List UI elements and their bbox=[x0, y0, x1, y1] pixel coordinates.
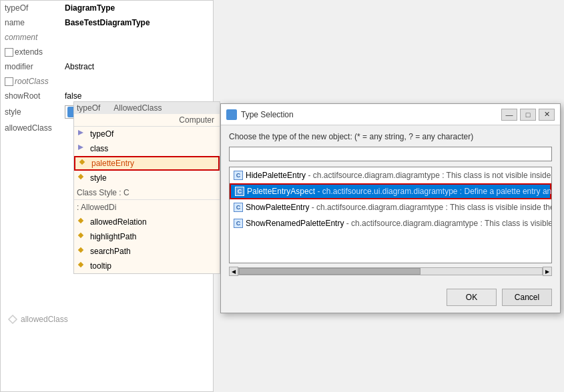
sub-row-class: class bbox=[74, 141, 220, 156]
prop-value-name: BaseTestDiagramType bbox=[61, 15, 213, 30]
dialog-footer: OK Cancel bbox=[221, 283, 560, 313]
dialog-instruction: Choose the type of the new object: (* = … bbox=[229, 132, 552, 141]
sub-row-tooltip: tooltip bbox=[74, 259, 220, 273]
list-item-3-icon: C bbox=[234, 203, 243, 212]
svg-marker-1 bbox=[78, 145, 83, 150]
prop-row-modifier: modifier Abstract bbox=[1, 59, 213, 74]
class-triangle-icon bbox=[77, 143, 87, 154]
tooltip-diamond-icon bbox=[77, 261, 87, 271]
sub-row-allowed-relation-1: allowedRelation bbox=[74, 215, 220, 229]
prop-name-extends: extends bbox=[1, 45, 61, 59]
list-item-1-icon: C bbox=[234, 171, 243, 180]
prop-row-extends: extends bbox=[1, 45, 213, 59]
sub-row-style: style bbox=[74, 171, 220, 185]
list-item-2-text: PaletteEntryAspect - ch.actifsource.ui.d… bbox=[247, 187, 552, 196]
prop-value-comment bbox=[61, 30, 213, 45]
dialog-body: Choose the type of the new object: (* = … bbox=[221, 125, 560, 283]
dialog-list[interactable]: C HidePaletteEntry - ch.actifsource.diag… bbox=[229, 167, 552, 263]
prop-name-typeof: typeOf bbox=[1, 1, 61, 15]
scrollbar-thumb[interactable] bbox=[239, 268, 420, 275]
prop-name-modifier: modifier bbox=[1, 59, 61, 74]
cancel-button[interactable]: Cancel bbox=[502, 289, 552, 306]
prop-value-typeof: DiagramType bbox=[61, 1, 213, 15]
prop-name-rootclass: rootClass bbox=[1, 74, 61, 89]
allowed-class-icon bbox=[7, 314, 18, 325]
search-path-diamond-icon bbox=[77, 246, 87, 257]
prop-name-name: name bbox=[1, 15, 61, 30]
sub-row-search-path: searchPath bbox=[74, 244, 220, 259]
dialog-title-left: Type Selection bbox=[226, 109, 294, 120]
svg-rect-4 bbox=[78, 218, 83, 223]
sub-panel-header: typeOf AllowedClass bbox=[74, 102, 220, 114]
list-item-4-text: ShowRenamedPaletteEntry - ch.actifsource… bbox=[246, 219, 552, 228]
prop-value-modifier: Abstract bbox=[61, 59, 213, 74]
svg-rect-3 bbox=[78, 174, 83, 179]
prop-value-extends bbox=[61, 45, 213, 59]
prop-name-style: style bbox=[1, 103, 61, 121]
ok-button[interactable]: OK bbox=[447, 289, 497, 306]
prop-name-allowedclass: allowedClass bbox=[1, 121, 61, 135]
dialog-maximize-button[interactable]: □ bbox=[520, 109, 536, 121]
list-item-1-text: HidePaletteEntry - ch.actifsource.diagra… bbox=[246, 171, 551, 180]
allowed-class-bottom: allowedClass bbox=[7, 314, 68, 325]
prop-row-typeof: typeOf DiagramType bbox=[1, 1, 213, 15]
list-item-3-text: ShowPaletteEntry - ch.actifsource.diagra… bbox=[246, 203, 552, 212]
style-diamond-icon bbox=[77, 173, 87, 183]
prop-row-rootclass: rootClass bbox=[1, 74, 213, 89]
extends-checkbox-icon[interactable] bbox=[5, 48, 13, 57]
list-item-4-icon: C bbox=[234, 219, 243, 228]
svg-marker-0 bbox=[78, 130, 83, 135]
list-item-1[interactable]: C HidePaletteEntry - ch.actifsource.diag… bbox=[230, 167, 551, 183]
palette-entry-diamond-icon bbox=[78, 158, 89, 169]
rootclass-checkbox-icon[interactable] bbox=[5, 77, 13, 86]
svg-rect-2 bbox=[79, 159, 85, 165]
typeof-triangle-icon bbox=[77, 129, 87, 139]
prop-value-rootclass bbox=[61, 74, 213, 89]
class-style-row: Class Style : C bbox=[74, 185, 220, 200]
dialog-search-input[interactable] bbox=[229, 147, 552, 161]
svg-rect-7 bbox=[78, 262, 83, 267]
allowed-rel1-diamond-icon bbox=[77, 217, 87, 227]
sub-row-highlight-path: highlightPath bbox=[74, 229, 220, 244]
svg-rect-5 bbox=[78, 233, 83, 238]
list-item-2[interactable]: C PaletteEntryAspect - ch.actifsource.ui… bbox=[230, 183, 551, 199]
dialog-close-button[interactable]: ✕ bbox=[539, 109, 555, 121]
list-item-3[interactable]: C ShowPaletteEntry - ch.actifsource.diag… bbox=[230, 199, 551, 215]
dialog-minimize-button[interactable]: — bbox=[501, 109, 517, 121]
scroll-left-button[interactable]: ◀ bbox=[229, 267, 238, 276]
type-selection-dialog: Type Selection — □ ✕ Choose the type of … bbox=[220, 103, 561, 313]
prop-name-comment: comment bbox=[1, 30, 61, 45]
prop-name-showroot: showRoot bbox=[1, 89, 61, 103]
dialog-titlebar: Type Selection — □ ✕ bbox=[221, 104, 560, 125]
svg-rect-6 bbox=[78, 247, 83, 253]
dialog-controls: — □ ✕ bbox=[501, 109, 555, 121]
prop-row-comment: comment bbox=[1, 30, 213, 45]
highlight-path-diamond-icon bbox=[77, 231, 87, 242]
dialog-type-icon bbox=[226, 109, 237, 120]
sub-panel-value-header: Computer bbox=[74, 114, 220, 127]
sub-row-typeof: typeOf bbox=[74, 127, 220, 141]
prop-row-name: name BaseTestDiagramType bbox=[1, 15, 213, 30]
sub-panel: typeOf AllowedClass Computer typeOf clas… bbox=[73, 101, 220, 274]
scrollbar-area: ◀ ▶ bbox=[229, 266, 552, 277]
dialog-title: Type Selection bbox=[241, 110, 294, 119]
horizontal-scrollbar[interactable] bbox=[238, 267, 543, 275]
list-item-2-icon: C bbox=[235, 187, 244, 196]
sub-row-palette-entry[interactable]: paletteEntry bbox=[74, 156, 220, 171]
list-item-4[interactable]: C ShowRenamedPaletteEntry - ch.actifsour… bbox=[230, 215, 551, 231]
allowed-di-row: : AllowedDi bbox=[74, 200, 220, 215]
scroll-right-button[interactable]: ▶ bbox=[543, 267, 552, 276]
